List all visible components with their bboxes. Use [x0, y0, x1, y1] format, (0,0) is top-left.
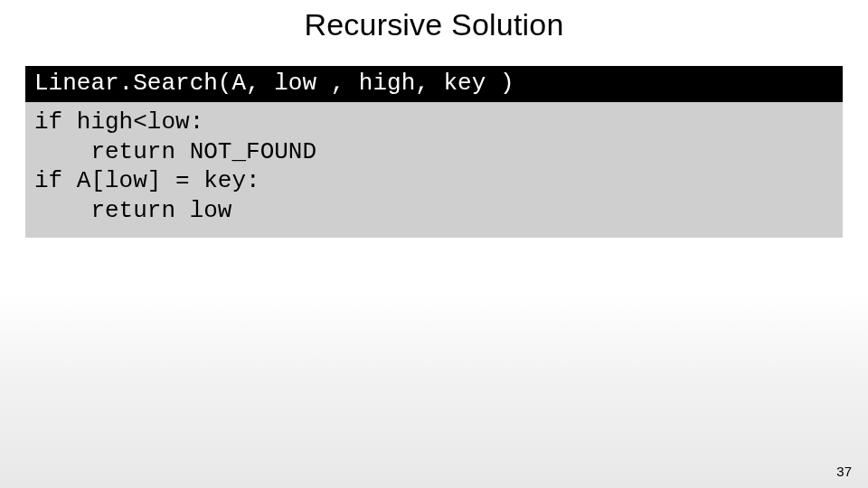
page-number: 37 — [836, 464, 852, 479]
code-body: if high<low: return NOT_FOUND if A[low] … — [25, 102, 843, 238]
slide-title: Recursive Solution — [0, 0, 868, 50]
code-block: Linear.Search(A, low , high, key ) if hi… — [25, 66, 843, 238]
code-signature: Linear.Search(A, low , high, key ) — [25, 66, 843, 102]
